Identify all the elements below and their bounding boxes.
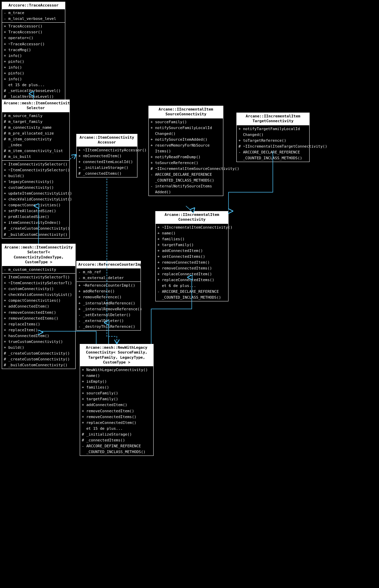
incremental-item-connectivity-box: Arcane::IIncrementalItemConnectivity + ~… (155, 211, 228, 301)
incremental-item-connectivity-title: Arcane::IIncrementalItemConnectivity (156, 211, 228, 223)
reference-counter-impl-fields: - m_nb_ref - m_external_deleter (77, 268, 141, 281)
item-connectivity-selector-fields: # m_source_family # m_target_family # m_… (2, 112, 69, 160)
item-connectivity-selector-t-methods: + ItemConnectivitySelectorT() + ~ItemCon… (2, 273, 75, 369)
incremental-item-source-connectivity-box: Arcane::IIncrementalItemSourceConnectivi… (148, 106, 223, 196)
incremental-item-target-connectivity-box: Arcane::IIncrementalItemTargetConnectivi… (236, 113, 310, 162)
incremental-item-source-connectivity-title: Arcane::IIncrementalItemSourceConnectivi… (149, 106, 223, 118)
item-connectivity-selector-title: Arcane::mesh::ItemConnectivitySelector (2, 100, 69, 112)
item-connectivity-selector-t-title: Arcane::mesh::ItemConnectivitySelectorT<… (2, 244, 75, 266)
item-connectivity-selector-t-box: Arcane::mesh::ItemConnectivitySelectorT<… (2, 244, 76, 369)
svg-line-4 (70, 154, 76, 159)
trace-accessor-title: Arccore::TraceAccessor (2, 2, 65, 9)
new-with-legacy-connectivity-title: Arcane::mesh::NewWithLegacyConnectivity<… (80, 344, 153, 366)
reference-counter-impl-methods: + ~ReferenceCounterImpl() + addReference… (77, 281, 141, 330)
new-with-legacy-connectivity-box: Arcane::mesh::NewWithLegacyConnectivity<… (80, 344, 154, 456)
item-connectivity-selector-box: Arcane::mesh::ItemConnectivitySelector #… (2, 100, 70, 239)
incremental-item-target-connectivity-title: Arcane::IIncrementalItemTargetConnectivi… (237, 113, 309, 125)
reference-counter-impl-title: Arccore::ReferenceCounterImpl (77, 261, 141, 268)
svg-line-5 (186, 206, 192, 211)
trace-accessor-fields: - m_trace - m_local_verbose_level (2, 9, 65, 22)
item-connectivity-selector-methods: + ItemConnectivitySelector() + ~ItemConn… (2, 160, 69, 238)
incremental-item-target-connectivity-methods: + notifyTargetFamilyLocalId Changed() + … (237, 125, 309, 162)
item-connectivity-accessor-title: Arcane::ItemConnectivityAccessor (77, 134, 137, 146)
trace-accessor-methods: + TraceAccessor() + TraceAccessor() + op… (2, 22, 65, 100)
reference-counter-impl-box: Arccore::ReferenceCounterImpl - m_nb_ref… (76, 261, 141, 331)
new-with-legacy-connectivity-methods: + NewWithLegacyConnectivity() + name() +… (80, 366, 153, 456)
item-connectivity-accessor-methods: + ~IItemConnectivityAccessor() + nbConne… (77, 146, 137, 177)
incremental-item-source-connectivity-methods: + sourceFamily() + notifySourceFamilyLoc… (149, 118, 223, 196)
item-connectivity-accessor-box: Arcane::ItemConnectivityAccessor + ~IIte… (76, 134, 137, 177)
incremental-item-connectivity-methods: + ~IIncrementalItemConnectivity() + name… (156, 223, 228, 301)
trace-accessor-box: Arccore::TraceAccessor - m_trace - m_loc… (2, 2, 65, 101)
item-connectivity-selector-t-fields: - m_custom_connectivity (2, 266, 75, 273)
